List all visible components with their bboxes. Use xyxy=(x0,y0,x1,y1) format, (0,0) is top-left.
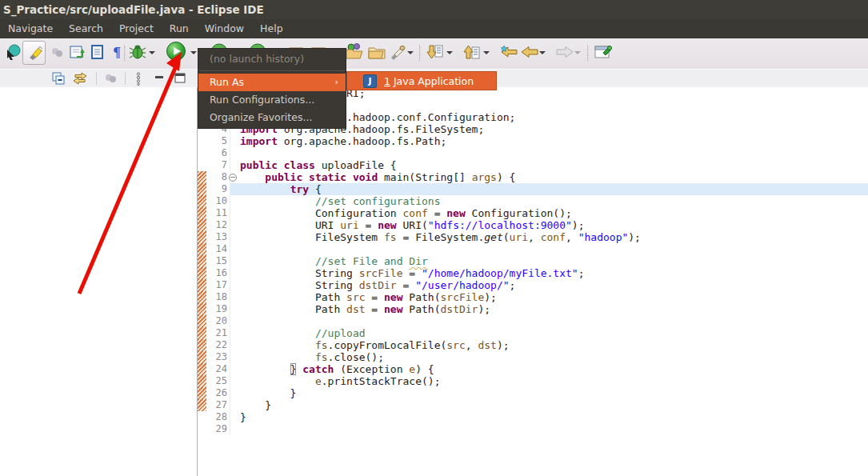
code-line: public static void main(String[] args) { xyxy=(230,171,868,183)
code-line-row: 14 xyxy=(198,243,868,255)
open-folder-icon[interactable] xyxy=(367,42,386,62)
quick-diff-indicator xyxy=(198,339,206,351)
code-line xyxy=(230,147,868,159)
code-line: try { xyxy=(230,183,868,195)
line-number: 25 xyxy=(206,375,230,387)
fold-collapse-icon[interactable] xyxy=(229,174,237,182)
line-number: 7 xyxy=(206,159,230,171)
forward-dropdown-arrow xyxy=(574,51,581,54)
quick-diff-indicator xyxy=(198,195,206,207)
quick-diff-indicator xyxy=(198,327,206,339)
menubar-item-window[interactable]: Window xyxy=(197,19,252,38)
code-line-row: 24 } catch (Exception e) { xyxy=(198,363,868,375)
code-line-row: 21 //upload xyxy=(198,327,868,339)
code-line: URI uri = new URI("hdfs://localhost:9000… xyxy=(230,219,868,231)
code-editor[interactable]: 1import java.net.URI;23import org.apache… xyxy=(198,87,868,476)
line-number: 5 xyxy=(206,135,230,147)
code-line: fs.close(); xyxy=(230,351,868,363)
line-number: 27 xyxy=(206,399,230,411)
code-line-row: 20 xyxy=(198,315,868,327)
run-menu-item-run-as[interactable]: Run As› xyxy=(198,74,346,91)
line-number: 22 xyxy=(206,339,230,351)
run-menu-item-organize-favorites[interactable]: Organize Favorites... xyxy=(198,109,346,126)
board-arrow-icon[interactable] xyxy=(67,42,86,62)
line-number: 29 xyxy=(206,423,230,435)
quick-diff-indicator xyxy=(198,351,206,363)
line-number: 12 xyxy=(206,219,230,231)
code-line: Configuration conf = new Configuration()… xyxy=(230,207,868,219)
back-icon[interactable] xyxy=(520,42,539,62)
outlined-doc-icon[interactable] xyxy=(88,42,107,62)
quick-diff-indicator xyxy=(198,303,206,315)
code-line: //upload xyxy=(230,327,868,339)
search-dropdown-arrow[interactable] xyxy=(407,51,414,54)
code-line: } catch (Exception e) { xyxy=(230,363,868,375)
collapse-all-icon[interactable] xyxy=(51,72,66,85)
view-menu-icon[interactable] xyxy=(131,72,146,85)
quick-diff-indicator xyxy=(198,231,206,243)
next-annotation-dropdown-arrow[interactable] xyxy=(446,51,453,54)
code-line: fs.copyFromLocalFile(src, dst); xyxy=(230,339,868,351)
code-line-row: 18 Path src = new Path(srcFile); xyxy=(198,291,868,303)
code-line: import org.apache.hadoop.fs.Path; xyxy=(230,135,868,147)
line-number: 8 xyxy=(206,171,230,183)
code-line-row: 25 e.printStackTrace(); xyxy=(198,375,868,387)
line-number: 26 xyxy=(206,387,230,399)
code-line-row: 28} xyxy=(198,411,868,423)
editor-lines: 1import java.net.URI;23import org.apache… xyxy=(198,87,868,435)
open-folder-balls-icon[interactable] xyxy=(345,42,364,62)
previous-annotation-icon[interactable] xyxy=(462,42,482,62)
quick-diff-indicator xyxy=(198,171,206,183)
submenu-arrow-icon: › xyxy=(335,74,338,91)
menubar-item-search[interactable]: Search xyxy=(61,19,111,38)
line-number: 16 xyxy=(206,267,230,279)
link-with-editor-icon[interactable] xyxy=(72,72,86,85)
debug-icon[interactable] xyxy=(128,42,147,62)
last-edit-location-icon[interactable] xyxy=(500,42,519,62)
main-toolbar: ¶ xyxy=(0,38,868,69)
quick-diff-indicator xyxy=(198,363,206,375)
back-dropdown-arrow[interactable] xyxy=(539,51,546,54)
maximize-icon[interactable] xyxy=(173,72,187,85)
code-line xyxy=(230,243,868,255)
line-number: 10 xyxy=(206,195,230,207)
code-line-row: 26 } xyxy=(198,387,868,399)
previous-annotation-dropdown-arrow[interactable] xyxy=(483,51,490,54)
package-explorer-panel[interactable] xyxy=(0,87,198,476)
line-number: 21 xyxy=(206,327,230,339)
code-line: Path src = new Path(srcFile); xyxy=(230,291,868,303)
minimize-icon[interactable] xyxy=(152,72,166,85)
run-menu-item-run-configurations[interactable]: Run Configurations... xyxy=(198,91,346,109)
new-editor-icon[interactable] xyxy=(594,42,613,62)
code-line-row: 11 Configuration conf = new Configuratio… xyxy=(198,207,868,219)
menubar-item-run[interactable]: Run xyxy=(162,19,197,38)
code-line: //set File and Dir xyxy=(230,255,868,267)
search-pen-icon[interactable] xyxy=(388,42,407,62)
line-number: 6 xyxy=(206,147,230,159)
quick-diff-indicator xyxy=(198,387,206,399)
next-annotation-icon[interactable] xyxy=(426,42,445,62)
quick-diff-indicator xyxy=(198,399,206,411)
quick-diff-indicator xyxy=(198,291,206,303)
menubar-item-project[interactable]: Project xyxy=(111,19,162,38)
forward-icon xyxy=(555,42,574,62)
menubar-item-navigate[interactable]: Navigate xyxy=(0,19,61,38)
line-number: 15 xyxy=(206,255,230,267)
code-line-row: 9 try { xyxy=(198,183,868,195)
run-dropdown-arrow[interactable] xyxy=(190,51,197,54)
run-button[interactable] xyxy=(165,40,187,62)
code-line-row: 27 } xyxy=(198,399,868,411)
window-title: S_Practice/src/uploadFile.java - Eclipse… xyxy=(0,0,868,19)
code-line-row: 29 xyxy=(198,423,868,435)
ruler-gutter xyxy=(198,147,206,159)
ruler-gutter xyxy=(198,411,206,423)
line-number: 13 xyxy=(206,231,230,243)
mark-occurrences-toggle[interactable] xyxy=(22,41,46,65)
ruler-gutter xyxy=(198,135,206,147)
run-as-submenu-item-java-application[interactable]: J 1 Java Application xyxy=(346,71,497,90)
pointer-badge-icon[interactable] xyxy=(3,42,22,62)
quick-diff-indicator xyxy=(198,183,206,195)
menubar-item-help[interactable]: Help xyxy=(252,19,291,38)
quick-diff-indicator xyxy=(198,315,206,327)
debug-dropdown-arrow[interactable] xyxy=(149,51,155,54)
